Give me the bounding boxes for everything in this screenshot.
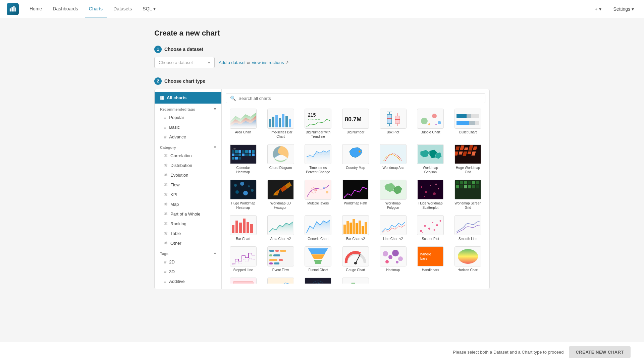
sidebar-item-advance[interactable]: # Advance (155, 132, 221, 142)
sidebar-all-charts[interactable]: ▦ All charts (155, 92, 221, 104)
chart-name-linev2: Line Chart v2 (383, 237, 403, 241)
chart-card-area[interactable]: Area Chart (226, 107, 261, 140)
sidebar-item-flow[interactable]: ⌘ Flow (155, 180, 221, 190)
3d-label: 3D (169, 269, 175, 274)
svg-point-27 (421, 118, 428, 124)
sidebar-item-kpi[interactable]: ⌘ KPI (155, 190, 221, 199)
chart-card-linev2[interactable]: Line Chart v2 (376, 214, 411, 242)
chart-card-wpoly[interactable]: Worldmap Polygon (376, 178, 411, 211)
search-input[interactable] (238, 96, 481, 101)
chart-card-calheat[interactable]: JanCalendar Heatmap (226, 143, 261, 176)
svg-rect-150 (279, 259, 283, 261)
chart-card-generic[interactable]: Generic Chart (301, 214, 335, 242)
dataset-select[interactable]: Choose a dataset ▾ (154, 57, 215, 68)
svg-point-28 (432, 114, 437, 118)
category-label: Category (160, 145, 176, 149)
chart-card-wsg[interactable]: Worldmap Screen Grid (450, 178, 485, 211)
nav-home[interactable]: Home (25, 1, 46, 17)
svg-rect-147 (269, 254, 272, 256)
chart-thumb-hwgh (230, 180, 257, 200)
chart-card-tsbar[interactable]: Time-series Bar Chart (263, 107, 298, 140)
svg-rect-45 (249, 150, 251, 153)
chart-card-row4a[interactable]: Heatmap (376, 245, 411, 274)
chart-card-barv2[interactable]: Bar Chart v2 (338, 214, 373, 242)
chart-card-bubble[interactable]: Bubble Chart (413, 107, 448, 140)
nav-dashboards[interactable]: Dashboards (49, 1, 82, 17)
svg-point-93 (354, 190, 355, 191)
sidebar-item-popular[interactable]: # Popular (155, 113, 221, 122)
svg-rect-17 (387, 114, 392, 124)
settings-button[interactable]: Settings ▾ (610, 4, 637, 14)
svg-rect-86 (305, 180, 331, 199)
sidebar-item-other[interactable]: ⌘ Other (155, 238, 221, 248)
chart-thumb-barv2 (342, 215, 369, 235)
chart-card-row4d[interactable]: Iframe (226, 276, 261, 284)
svg-point-159 (388, 255, 392, 259)
tags-label: Tags (160, 252, 168, 256)
sidebar-item-additive[interactable]: # Additive (155, 277, 221, 286)
sidebar-item-ranking[interactable]: ⌘ Ranking (155, 219, 221, 229)
plus-button[interactable]: + ▾ (591, 4, 604, 14)
dataset-row: Choose a dataset ▾ Add a dataset or view… (154, 57, 490, 68)
chart-card-gauge[interactable]: Gauge Chart (338, 245, 373, 274)
chart-card-row4f[interactable]: Night Ingress (301, 276, 335, 284)
evolution-label: Evolution (170, 173, 188, 178)
sidebar-item-distribution[interactable]: ⌘ Distribution (155, 161, 221, 170)
chart-card-row4g[interactable]: Paired Bar (338, 276, 373, 284)
svg-point-76 (240, 182, 244, 186)
svg-point-139 (436, 224, 438, 226)
add-dataset-link[interactable]: Add a dataset (219, 60, 246, 65)
chart-card-scatter[interactable]: Scatter Plot (413, 214, 448, 242)
chart-card-warc[interactable]: Worldmap Arc (376, 143, 411, 176)
chart-card-row4c[interactable]: Horizon Chart (450, 245, 485, 274)
chart-card-hwgh[interactable]: Huge Worldmap Heatmap (226, 178, 261, 211)
chart-card-tspct[interactable]: Time-series Percent Change (301, 143, 335, 176)
chart-name-tsbar: Time-series Bar Chart (267, 130, 294, 139)
nav-datasets[interactable]: Datasets (109, 1, 136, 17)
chart-card-smooth[interactable]: Smooth Line (450, 214, 485, 242)
sidebar-item-2d[interactable]: # 2D (155, 257, 221, 267)
view-instructions-link[interactable]: view instructions (252, 60, 284, 65)
chart-thumb-tspct (305, 144, 331, 164)
chart-card-barchart[interactable]: Bar Chart (226, 214, 261, 242)
chart-card-multilayer[interactable]: Multiple layers (301, 178, 335, 211)
chart-card-eventflow[interactable]: Event Flow (263, 245, 298, 274)
table-icon: ⌘ (164, 231, 168, 236)
chart-type-section: ▦ All charts Recommended tags ▾ # Popula… (154, 89, 490, 289)
chart-card-bullet[interactable]: Bullet Chart (450, 107, 485, 140)
chart-card-funnel[interactable]: Funnel Chart (301, 245, 335, 274)
svg-point-105 (435, 184, 437, 185)
sidebar-item-map[interactable]: ⌘ Map (155, 199, 221, 209)
external-link-icon: ↗ (285, 60, 289, 65)
navbar: Home Dashboards Charts Datasets SQL ▾ + … (0, 0, 644, 18)
chart-card-row4e[interactable]: Mixed Chart (263, 276, 298, 284)
svg-rect-46 (252, 150, 255, 153)
sidebar-item-evolution[interactable]: ⌘ Evolution (155, 170, 221, 180)
chart-card-wgeo[interactable]: Worldmap Geojson (413, 143, 448, 176)
chart-thumb-bignum: 80.7M (342, 109, 369, 129)
sidebar-tags-header[interactable]: Tags ▾ (155, 248, 221, 257)
chart-card-chord[interactable]: Chord Diagram (263, 143, 298, 176)
chart-card-bignumtl[interactable]: 215+70% WoWBig Number with Trendline (301, 107, 335, 140)
sidebar-recommended-header[interactable]: Recommended tags ▾ (155, 104, 221, 113)
chart-card-row4b[interactable]: handlebarsHandlebars (413, 245, 448, 274)
sidebar-item-3d[interactable]: # 3D (155, 267, 221, 277)
sidebar-item-correlation[interactable]: ⌘ Correlation (155, 151, 221, 161)
chart-card-areav2[interactable]: Area Chart v2 (263, 214, 298, 242)
sidebar-item-part-of-whole[interactable]: ⌘ Part of a Whole (155, 209, 221, 219)
chart-name-bullet: Bullet Chart (459, 130, 477, 134)
chart-card-box[interactable]: Box Plot (376, 107, 411, 140)
nav-sql[interactable]: SQL ▾ (139, 1, 159, 17)
chart-card-w3dh[interactable]: Worldmap 3D Hexagon (263, 178, 298, 211)
chart-card-country[interactable]: Country Map (338, 143, 373, 176)
sidebar-item-table[interactable]: ⌘ Table (155, 229, 221, 238)
chart-card-wpath[interactable]: Worldmap Path (338, 178, 373, 211)
chart-card-bignum[interactable]: 80.7MBig Number (338, 107, 373, 140)
nav-charts[interactable]: Charts (85, 1, 107, 17)
chart-card-stepped[interactable]: Stepped Line (226, 245, 261, 274)
sidebar-item-basic[interactable]: # Basic (155, 122, 221, 132)
chart-card-hwg[interactable]: Huge Worldmap Grid (450, 143, 485, 176)
chart-card-hwwsc[interactable]: Huge Worldmap Scatterplot (413, 178, 448, 211)
chart-sidebar: ▦ All charts Recommended tags ▾ # Popula… (155, 89, 222, 289)
sidebar-category-header[interactable]: Category ▾ (155, 142, 221, 151)
